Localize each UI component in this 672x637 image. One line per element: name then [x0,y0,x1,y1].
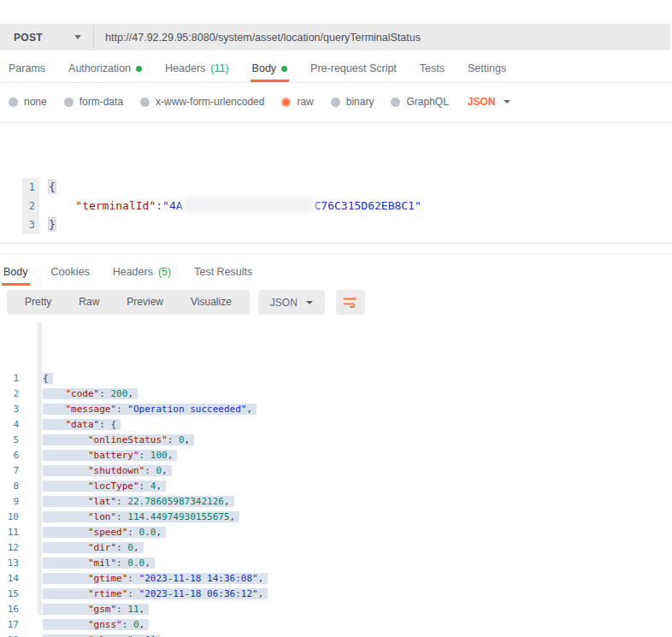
response-tab-headers[interactable]: Headers(5) [111,254,174,286]
code-line: 3} [0,215,672,234]
line-number: 10 [0,510,19,525]
code-text: "data": { [19,417,121,433]
tab-params[interactable]: Params [7,50,47,82]
chevron-down-icon [504,100,510,103]
pane-splitter[interactable] [0,243,672,254]
indent-guide [38,322,42,615]
radio-x-www-form-urlencoded[interactable]: x-www-form-urlencoded [140,96,264,108]
line-number: 15 [0,587,19,602]
line-number: 5 [0,433,19,448]
green-dot-icon [281,66,287,72]
code-line: 1{ [0,178,672,197]
line-number: 6 [0,448,19,463]
tab-headers[interactable]: Headers(11) [163,50,231,82]
code-text: "message": "Operation succeeded", [19,402,256,417]
view-preview[interactable]: Preview [113,290,177,315]
wrap-text-button[interactable] [336,290,365,315]
code-line: 10 "lon": 114.44974930155675, [0,510,672,525]
line-number: 12 [0,540,19,556]
code-text: "code": 200, [19,386,138,402]
line-number: 11 [0,525,19,540]
line-number: 7 [0,463,19,479]
radio-selected-icon [281,97,291,107]
code-line: 8 "locType": 4, [0,479,672,494]
method-label: POST [14,32,43,44]
code-line: 5 "onlineStatus": 0, [0,433,672,448]
response-view-group: Pretty Raw Preview Visualize [7,290,250,315]
radio-none[interactable]: none [9,96,47,108]
body-type-selector: none form-data x-www-form-urlencoded raw… [0,86,672,117]
response-tab-test-results[interactable]: Test Results [192,254,254,286]
code-line: 2 "terminalId":"4AC76C315D62EB8C1" [0,197,672,215]
code-line: 4 "data": { [0,417,672,433]
line-number: 3 [0,402,19,417]
response-language-dropdown[interactable]: JSON [258,290,325,315]
code-line: 14 "gtime": "2023-11-18 14:36:08", [0,571,672,587]
code-text: "rtime": "2023-11-18 06:36:12", [19,587,268,602]
code-line: 17 "gnss": 0, [0,617,672,633]
response-tab-cookies[interactable]: Cookies [50,254,91,286]
radio-icon [331,97,340,107]
response-toolbar: Pretty Raw Preview Visualize JSON [0,290,672,315]
code-text: { [19,371,53,386]
line-number: 3 [22,215,39,234]
wrap-text-icon [343,295,357,310]
response-tabs: Body Cookies Headers(5) Test Results [0,254,672,286]
radio-form-data[interactable]: form-data [64,96,123,108]
redacted-text [186,198,312,211]
green-dot-icon [136,66,142,72]
chevron-down-icon [74,35,81,39]
radio-icon [140,97,150,107]
line-number: 14 [0,571,19,587]
headers-count: (11) [210,62,228,74]
code-text: "alarms": [] [19,633,160,637]
line-number: 9 [0,494,19,510]
line-number: 1 [22,178,39,197]
line-number: 13 [0,556,19,571]
code-line: 1{ [0,371,672,386]
radio-binary[interactable]: binary [331,96,374,108]
code-line: 7 "shutdown": 0, [0,463,672,479]
code-line: 3 "message": "Operation succeeded", [0,402,672,417]
radio-raw[interactable]: raw [281,96,313,108]
code-text: "lat": 22.78605987342126, [19,494,234,510]
view-raw[interactable]: Raw [65,290,113,315]
radio-icon [9,97,18,107]
code-text: "terminalId":"4AC76C315D62EB8C1" [39,197,421,215]
code-text: "onlineStatus": 0, [19,433,194,448]
radio-icon [64,97,74,107]
line-number: 17 [0,617,19,633]
chevron-down-icon [306,301,313,304]
code-line: 11 "speed": 0.0, [0,525,672,540]
line-number: 2 [22,197,39,215]
tab-settings[interactable]: Settings [466,50,508,82]
url-input[interactable]: http://47.92.29.95:8080/system/asset/loc… [94,32,670,44]
code-line: 18 "alarms": [] [0,633,672,637]
code-line: 2 "code": 200, [0,386,672,402]
request-url-bar: POST http://47.92.29.95:8080/system/asse… [0,24,670,50]
tab-authorization[interactable]: Authorization [67,50,144,82]
line-number: 18 [0,633,19,637]
code-text: "lon": 114.44974930155675, [19,510,239,525]
code-line: 15 "rtime": "2023-11-18 06:36:12", [0,587,672,602]
line-number: 16 [0,602,19,617]
line-number: 1 [0,371,19,386]
line-number: 4 [0,417,19,433]
tab-pre-request-script[interactable]: Pre-request Script [309,50,398,82]
method-selector[interactable]: POST [0,24,94,50]
view-visualize[interactable]: Visualize [177,290,245,315]
code-text: "gtime": "2023-11-18 14:36:08", [19,571,268,587]
response-body-editor[interactable]: 1{2 "code": 200,3 "message": "Operation … [0,322,672,632]
radio-graphql[interactable]: GraphQL [391,96,448,108]
view-pretty[interactable]: Pretty [11,290,65,315]
response-tab-body[interactable]: Body [2,254,30,286]
code-text: "gnss": 0, [19,617,149,633]
request-body-editor[interactable]: 1{2 "terminalId":"4AC76C315D62EB8C1"3} [0,122,672,199]
code-line: 6 "battery": 100, [0,448,672,463]
code-text: { [39,178,56,197]
raw-language-dropdown[interactable]: JSON [468,96,510,108]
line-number: 8 [0,479,19,494]
code-line: 12 "dir": 0, [0,540,672,556]
tab-tests[interactable]: Tests [418,50,446,82]
tab-body[interactable]: Body [251,50,290,82]
